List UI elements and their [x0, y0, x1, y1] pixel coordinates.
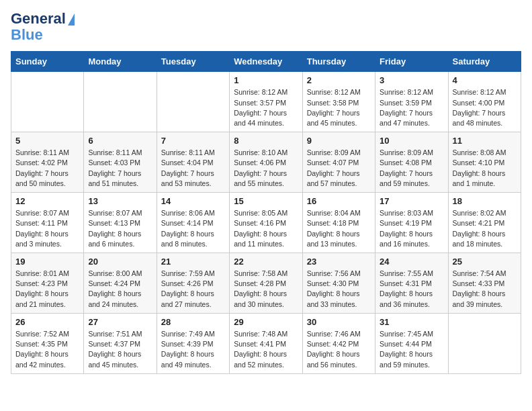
calendar-cell: 14Sunrise: 8:06 AMSunset: 4:14 PMDayligh… [157, 193, 229, 253]
calendar-cell: 7Sunrise: 8:11 AMSunset: 4:04 PMDaylight… [157, 132, 229, 193]
day-number: 31 [380, 317, 443, 327]
day-info: Sunrise: 8:00 AMSunset: 4:24 PMDaylight:… [88, 269, 152, 310]
calendar-cell: 22Sunrise: 7:58 AMSunset: 4:28 PMDayligh… [230, 253, 302, 314]
calendar-cell: 15Sunrise: 8:05 AMSunset: 4:16 PMDayligh… [230, 193, 302, 253]
calendar-cell: 3Sunrise: 8:12 AMSunset: 3:59 PMDaylight… [375, 72, 448, 132]
day-number: 29 [234, 317, 298, 327]
day-info: Sunrise: 7:54 AMSunset: 4:33 PMDaylight:… [453, 269, 517, 310]
calendar-header-row: SundayMondayTuesdayWednesdayThursdayFrid… [11, 52, 521, 72]
day-info: Sunrise: 8:10 AMSunset: 4:06 PMDaylight:… [234, 148, 298, 189]
day-number: 23 [307, 257, 371, 267]
day-info: Sunrise: 8:12 AMSunset: 3:59 PMDaylight:… [380, 87, 443, 128]
logo: General Blue [11, 11, 75, 43]
calendar-cell: 17Sunrise: 8:03 AMSunset: 4:19 PMDayligh… [375, 193, 448, 253]
calendar-week-3: 12Sunrise: 8:07 AMSunset: 4:11 PMDayligh… [11, 193, 521, 253]
day-info: Sunrise: 8:01 AMSunset: 4:23 PMDaylight:… [15, 269, 79, 310]
day-number: 8 [234, 136, 298, 146]
calendar-week-1: 1Sunrise: 8:12 AMSunset: 3:57 PMDaylight… [11, 72, 521, 132]
day-info: Sunrise: 7:58 AMSunset: 4:28 PMDaylight:… [234, 269, 298, 310]
day-number: 9 [307, 136, 371, 146]
day-number: 22 [234, 257, 298, 267]
calendar-cell: 23Sunrise: 7:56 AMSunset: 4:30 PMDayligh… [302, 253, 375, 314]
day-info: Sunrise: 7:56 AMSunset: 4:30 PMDaylight:… [307, 269, 371, 310]
day-info: Sunrise: 8:02 AMSunset: 4:21 PMDaylight:… [453, 208, 517, 249]
day-number: 24 [380, 257, 443, 267]
calendar-cell: 20Sunrise: 8:00 AMSunset: 4:24 PMDayligh… [84, 253, 157, 314]
col-header-tuesday: Tuesday [157, 52, 229, 72]
day-info: Sunrise: 8:07 AMSunset: 4:11 PMDaylight:… [15, 208, 79, 249]
calendar-cell: 21Sunrise: 7:59 AMSunset: 4:26 PMDayligh… [157, 253, 229, 314]
day-number: 16 [307, 196, 371, 206]
calendar-cell: 18Sunrise: 8:02 AMSunset: 4:21 PMDayligh… [448, 193, 521, 253]
calendar-cell: 25Sunrise: 7:54 AMSunset: 4:33 PMDayligh… [448, 253, 521, 314]
calendar-cell: 1Sunrise: 8:12 AMSunset: 3:57 PMDaylight… [230, 72, 302, 132]
day-info: Sunrise: 7:59 AMSunset: 4:26 PMDaylight:… [161, 269, 225, 310]
col-header-saturday: Saturday [448, 52, 521, 72]
calendar-cell: 2Sunrise: 8:12 AMSunset: 3:58 PMDaylight… [302, 72, 375, 132]
day-info: Sunrise: 8:11 AMSunset: 4:02 PMDaylight:… [15, 148, 79, 189]
day-info: Sunrise: 8:09 AMSunset: 4:08 PMDaylight:… [380, 148, 443, 189]
day-number: 5 [15, 136, 79, 146]
calendar-cell: 27Sunrise: 7:51 AMSunset: 4:37 PMDayligh… [84, 313, 157, 373]
day-info: Sunrise: 8:11 AMSunset: 4:03 PMDaylight:… [88, 148, 152, 189]
day-info: Sunrise: 8:09 AMSunset: 4:07 PMDaylight:… [307, 148, 371, 189]
calendar-cell: 28Sunrise: 7:49 AMSunset: 4:39 PMDayligh… [157, 313, 229, 373]
day-info: Sunrise: 8:12 AMSunset: 3:57 PMDaylight:… [234, 87, 298, 128]
col-header-wednesday: Wednesday [230, 52, 302, 72]
calendar-week-4: 19Sunrise: 8:01 AMSunset: 4:23 PMDayligh… [11, 253, 521, 314]
day-number: 15 [234, 196, 298, 206]
day-number: 12 [15, 196, 79, 206]
calendar-cell: 10Sunrise: 8:09 AMSunset: 4:08 PMDayligh… [375, 132, 448, 193]
calendar-cell: 26Sunrise: 7:52 AMSunset: 4:35 PMDayligh… [11, 313, 84, 373]
calendar-cell: 29Sunrise: 7:48 AMSunset: 4:41 PMDayligh… [230, 313, 302, 373]
day-number: 21 [161, 257, 225, 267]
col-header-monday: Monday [84, 52, 157, 72]
day-number: 19 [15, 257, 79, 267]
calendar-cell: 8Sunrise: 8:10 AMSunset: 4:06 PMDaylight… [230, 132, 302, 193]
calendar-cell: 6Sunrise: 8:11 AMSunset: 4:03 PMDaylight… [84, 132, 157, 193]
day-number: 3 [380, 75, 443, 85]
day-number: 30 [307, 317, 371, 327]
calendar-cell: 31Sunrise: 7:45 AMSunset: 4:44 PMDayligh… [375, 313, 448, 373]
col-header-sunday: Sunday [11, 52, 84, 72]
day-number: 26 [15, 317, 79, 327]
day-info: Sunrise: 7:51 AMSunset: 4:37 PMDaylight:… [88, 329, 152, 370]
calendar-cell: 24Sunrise: 7:55 AMSunset: 4:31 PMDayligh… [375, 253, 448, 314]
day-number: 6 [88, 136, 152, 146]
calendar-cell: 4Sunrise: 8:12 AMSunset: 4:00 PMDaylight… [448, 72, 521, 132]
col-header-friday: Friday [375, 52, 448, 72]
calendar-cell: 11Sunrise: 8:08 AMSunset: 4:10 PMDayligh… [448, 132, 521, 193]
calendar-cell [448, 313, 521, 373]
calendar-week-5: 26Sunrise: 7:52 AMSunset: 4:35 PMDayligh… [11, 313, 521, 373]
calendar-cell: 30Sunrise: 7:46 AMSunset: 4:42 PMDayligh… [302, 313, 375, 373]
day-number: 13 [88, 196, 152, 206]
day-info: Sunrise: 8:07 AMSunset: 4:13 PMDaylight:… [88, 208, 152, 249]
calendar-cell: 13Sunrise: 8:07 AMSunset: 4:13 PMDayligh… [84, 193, 157, 253]
day-number: 2 [307, 75, 371, 85]
day-number: 28 [161, 317, 225, 327]
day-info: Sunrise: 8:06 AMSunset: 4:14 PMDaylight:… [161, 208, 225, 249]
day-number: 7 [161, 136, 225, 146]
calendar-cell [11, 72, 84, 132]
day-number: 18 [453, 196, 517, 206]
day-info: Sunrise: 8:05 AMSunset: 4:16 PMDaylight:… [234, 208, 298, 249]
day-info: Sunrise: 8:03 AMSunset: 4:19 PMDaylight:… [380, 208, 443, 249]
day-number: 4 [453, 75, 517, 85]
day-number: 1 [234, 75, 298, 85]
calendar: SundayMondayTuesdayWednesdayThursdayFrid… [11, 51, 521, 373]
logo-text-line2: Blue [11, 27, 43, 43]
day-number: 25 [453, 257, 517, 267]
day-info: Sunrise: 8:11 AMSunset: 4:04 PMDaylight:… [161, 148, 225, 189]
calendar-week-2: 5Sunrise: 8:11 AMSunset: 4:02 PMDaylight… [11, 132, 521, 193]
day-info: Sunrise: 7:55 AMSunset: 4:31 PMDaylight:… [380, 269, 443, 310]
day-info: Sunrise: 7:49 AMSunset: 4:39 PMDaylight:… [161, 329, 225, 370]
day-number: 20 [88, 257, 152, 267]
calendar-cell [84, 72, 157, 132]
page-header: General Blue [11, 11, 521, 43]
logo-icon [68, 13, 75, 26]
logo-text-line1: General [11, 11, 66, 27]
day-info: Sunrise: 8:04 AMSunset: 4:18 PMDaylight:… [307, 208, 371, 249]
day-info: Sunrise: 7:48 AMSunset: 4:41 PMDaylight:… [234, 329, 298, 370]
calendar-cell [157, 72, 229, 132]
day-info: Sunrise: 8:08 AMSunset: 4:10 PMDaylight:… [453, 148, 517, 189]
